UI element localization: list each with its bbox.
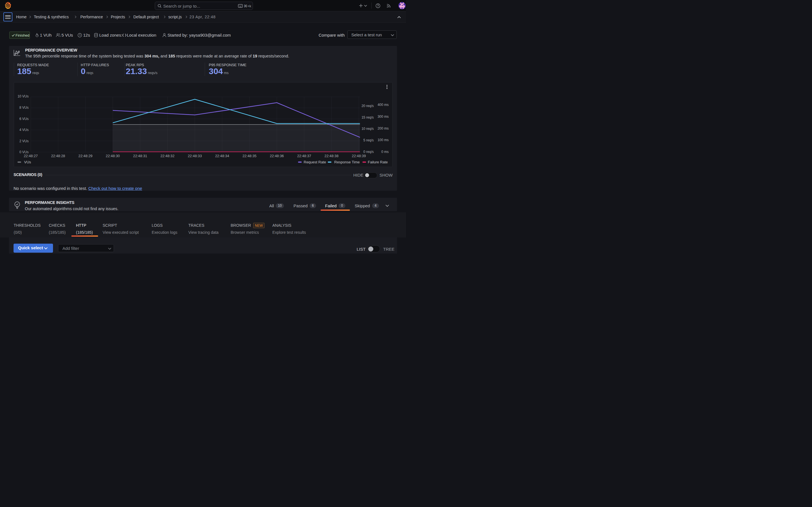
svg-text:22:48:35: 22:48:35 <box>242 154 256 158</box>
svg-text:22:48:32: 22:48:32 <box>160 154 174 158</box>
svg-text:15 req/s: 15 req/s <box>361 115 373 119</box>
svg-text:400 ms: 400 ms <box>377 103 389 107</box>
svg-text:22:48:39: 22:48:39 <box>352 154 366 158</box>
svg-text:10 req/s: 10 req/s <box>361 127 373 131</box>
svg-text:22:48:31: 22:48:31 <box>133 154 147 158</box>
svg-text:200 ms: 200 ms <box>377 126 389 130</box>
svg-text:22:48:37: 22:48:37 <box>297 154 311 158</box>
svg-text:22:48:29: 22:48:29 <box>79 154 93 158</box>
svg-text:Response Time: Response Time <box>334 160 359 164</box>
svg-text:20 req/s: 20 req/s <box>361 104 373 108</box>
svg-text:22:48:38: 22:48:38 <box>324 154 338 158</box>
svg-text:8 VUs: 8 VUs <box>19 106 29 110</box>
svg-text:5 req/s: 5 req/s <box>363 138 373 142</box>
svg-text:2 VUs: 2 VUs <box>19 139 29 143</box>
svg-text:Failure Rate: Failure Rate <box>368 160 388 164</box>
svg-text:300 ms: 300 ms <box>377 115 389 119</box>
svg-text:4 VUs: 4 VUs <box>19 128 29 132</box>
svg-text:22:48:36: 22:48:36 <box>269 154 284 158</box>
svg-text:22:48:28: 22:48:28 <box>51 154 65 158</box>
svg-text:VUs: VUs <box>24 160 31 164</box>
svg-text:10 VUs: 10 VUs <box>17 94 29 98</box>
svg-text:22:48:27: 22:48:27 <box>24 154 38 158</box>
svg-text:Request Rate: Request Rate <box>304 160 326 164</box>
svg-text:0 req/s: 0 req/s <box>363 150 373 154</box>
svg-text:6 VUs: 6 VUs <box>19 117 29 121</box>
svg-text:0 VUs: 0 VUs <box>19 150 29 154</box>
svg-text:22:48:34: 22:48:34 <box>215 154 229 158</box>
svg-text:0 ms: 0 ms <box>381 150 389 154</box>
svg-text:22:48:30: 22:48:30 <box>106 154 120 158</box>
svg-text:22:48:33: 22:48:33 <box>188 154 202 158</box>
svg-text:100 ms: 100 ms <box>377 138 389 142</box>
